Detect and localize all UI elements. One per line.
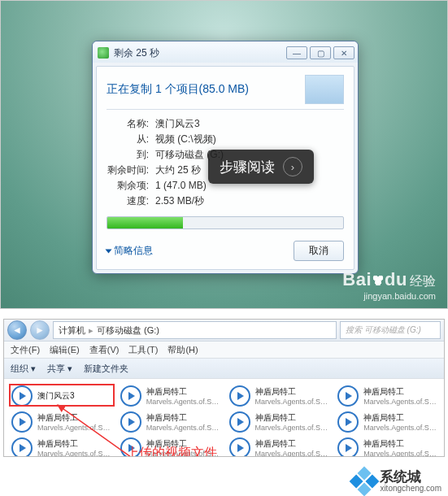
file-item[interactable]: 神盾局特工Marvels.Agents.of.S.H.I.E.L.D.S...	[9, 436, 113, 457]
close-button[interactable]: ✕	[333, 46, 354, 59]
file-name: 神盾局特工	[255, 412, 328, 424]
dialog-icon	[98, 47, 109, 59]
explorer-addressbar-row: ◄ ► 计算机 ▸ 可移动磁盘 (G:) 搜索 可移动磁盘 (G:)	[4, 320, 444, 342]
explorer-toolbar: 组织 ▾ 共享 ▾ 新建文件夹	[4, 359, 444, 379]
video-file-icon	[337, 437, 359, 457]
file-item[interactable]: 神盾局特工Marvels.Agents.of.S.H.I.E.L.D.S...	[335, 410, 439, 434]
address-bar[interactable]: 计算机 ▸ 可移动磁盘 (G:)	[53, 321, 337, 339]
more-info-toggle[interactable]: 简略信息	[107, 244, 153, 258]
tool-share[interactable]: 共享 ▾	[47, 363, 72, 375]
video-file-icon	[120, 385, 141, 407]
chevron-down-icon	[106, 249, 112, 253]
menu-edit[interactable]: 编辑(E)	[50, 344, 80, 356]
search-input[interactable]: 搜索 可移动磁盘 (G:)	[340, 321, 441, 339]
tool-newfolder[interactable]: 新建文件夹	[84, 363, 128, 375]
more-info-label: 简略信息	[114, 244, 153, 258]
file-subname: Marvels.Agents.of.S.H.I.E.L.D.S...	[255, 450, 328, 457]
annotation-caption: 上传的视频文件	[126, 445, 217, 457]
value-from: 视频 (C:\视频)	[155, 132, 216, 146]
tool-organize[interactable]: 组织 ▾	[11, 363, 36, 375]
label-to: 到:	[107, 147, 149, 162]
video-file-icon	[11, 437, 33, 457]
file-item[interactable]: 神盾局特工Marvels.Agents.of.S.H.I.E.L.D.S...	[227, 384, 331, 408]
label-remaining-items: 剩余项:	[107, 178, 149, 193]
file-subname: Marvels.Agents.of.S.H.I.E.L.D.S...	[255, 424, 328, 432]
explorer-menubar: 文件(F) 编辑(E) 查看(V) 工具(T) 帮助(H)	[4, 342, 444, 359]
file-subname: Marvels.Agents.of.S.H.I.E.L.D.S...	[146, 398, 220, 406]
file-name: 神盾局特工	[363, 412, 437, 424]
file-item[interactable]: 神盾局特工Marvels.Agents.of.S.H.I.E.L.D.S...	[227, 410, 331, 434]
dialog-heading: 正在复制 1 个项目(85.0 MB)	[107, 82, 249, 97]
menu-help[interactable]: 帮助(H)	[167, 344, 198, 356]
file-item[interactable]: 神盾局特工Marvels.Agents.of.S.H.I.E.L.D.S...	[335, 436, 439, 457]
search-placeholder: 搜索 可移动磁盘 (G:)	[346, 324, 421, 336]
minimize-button[interactable]: —	[286, 46, 307, 59]
file-item[interactable]: 神盾局特工Marvels.Agents.of.S.H.I.E.L.D.S...	[118, 410, 222, 434]
file-subname: Marvels.Agents.of.S.H.I.E.L.D.S...	[363, 424, 437, 432]
baidu-label: 经验	[410, 274, 436, 288]
baidu-brand2: du	[385, 269, 407, 289]
file-name: 神盾局特工	[37, 438, 111, 450]
breadcrumb-segment[interactable]: 可移动磁盘 (G:)	[97, 324, 159, 337]
cancel-button[interactable]: 取消	[294, 241, 344, 261]
screenshot-explorer: ◄ ► 计算机 ▸ 可移动磁盘 (G:) 搜索 可移动磁盘 (G:) 文件(F)…	[3, 319, 445, 457]
xitongcheng-watermark: 系统城 xitongcheng.com	[354, 470, 441, 493]
label-remaining-time: 剩余时间:	[107, 163, 149, 177]
baidu-url: jingyan.baidu.com	[342, 291, 436, 302]
video-file-icon	[337, 385, 359, 407]
nav-forward-button[interactable]: ►	[30, 320, 50, 340]
label-from: 从:	[107, 132, 149, 146]
video-file-icon	[120, 411, 141, 433]
cancel-label: 取消	[309, 245, 328, 256]
progress-bar	[107, 216, 344, 229]
video-file-icon	[337, 411, 359, 433]
xitongcheng-logo-icon	[350, 466, 380, 496]
breadcrumb-sep-icon: ▸	[89, 325, 94, 336]
menu-file[interactable]: 文件(F)	[11, 344, 40, 356]
value-remaining-time: 大约 25 秒	[155, 163, 201, 177]
xitongcheng-name: 系统城	[380, 470, 441, 485]
baidu-brand1: Bai	[342, 269, 372, 289]
step-read-overlay[interactable]: 步骤阅读 ›	[208, 150, 314, 184]
screenshot-copy-dialog: 剩余 25 秒 — ▢ ✕ 正在复制 1 个项目(85.0 MB) 名称:澳门风…	[0, 0, 448, 309]
paw-icon	[372, 274, 385, 287]
file-name: 神盾局特工	[255, 386, 328, 398]
value-remaining-items: 1 (47.0 MB)	[155, 178, 207, 193]
menu-tools[interactable]: 工具(T)	[128, 344, 158, 356]
breadcrumb-segment[interactable]: 计算机	[59, 324, 85, 337]
explorer-file-grid: 上传的视频文件 澳门风云3神盾局特工Marvels.Agents.of.S.H.…	[4, 379, 444, 457]
file-subname: Marvels.Agents.of.S.H.I.E.L.D.S...	[363, 450, 437, 457]
file-subname: Marvels.Agents.of.S.H.I.E.L.D.S...	[363, 398, 437, 406]
video-file-icon	[229, 437, 250, 457]
file-name: 神盾局特工	[146, 386, 220, 398]
dialog-titlebar[interactable]: 剩余 25 秒 — ▢ ✕	[93, 41, 358, 63]
xitongcheng-url: xitongcheng.com	[380, 485, 441, 494]
progress-fill	[107, 217, 183, 228]
file-item[interactable]: 神盾局特工Marvels.Agents.of.S.H.I.E.L.D.S...	[335, 384, 439, 408]
video-file-icon	[229, 385, 250, 407]
file-name: 神盾局特工	[363, 438, 437, 450]
video-file-icon	[229, 411, 250, 433]
chevron-right-icon: ›	[283, 157, 302, 176]
file-item[interactable]: 神盾局特工Marvels.Agents.of.S.H.I.E.L.D.S...	[227, 436, 331, 457]
file-name: 神盾局特工	[146, 412, 220, 424]
video-file-icon	[11, 385, 33, 407]
file-subname: Marvels.Agents.of.S.H.I.E.L.D.S...	[37, 450, 111, 457]
file-item[interactable]: 澳门风云3	[9, 384, 113, 408]
file-subname: Marvels.Agents.of.S.H.I.E.L.D.S...	[255, 398, 328, 406]
dialog-title: 剩余 25 秒	[114, 46, 159, 60]
menu-view[interactable]: 查看(V)	[89, 344, 120, 356]
label-name: 名称:	[107, 116, 149, 131]
file-item[interactable]: 神盾局特工Marvels.Agents.of.S.H.I.E.L.D.S...	[9, 410, 113, 434]
maximize-button[interactable]: ▢	[310, 46, 331, 59]
file-item[interactable]: 神盾局特工Marvels.Agents.of.S.H.I.E.L.D.S...	[118, 384, 222, 408]
file-name: 神盾局特工	[37, 412, 111, 424]
video-file-icon	[11, 411, 33, 433]
label-speed: 速度:	[107, 194, 149, 208]
dialog-thumbnail	[305, 75, 344, 104]
file-name: 神盾局特工	[255, 438, 328, 450]
value-name: 澳门风云3	[155, 116, 200, 131]
file-name: 澳门风云3	[37, 390, 75, 402]
baidu-watermark: Baidu 经验 jingyan.baidu.com	[342, 269, 436, 302]
nav-back-button[interactable]: ◄	[7, 320, 27, 340]
